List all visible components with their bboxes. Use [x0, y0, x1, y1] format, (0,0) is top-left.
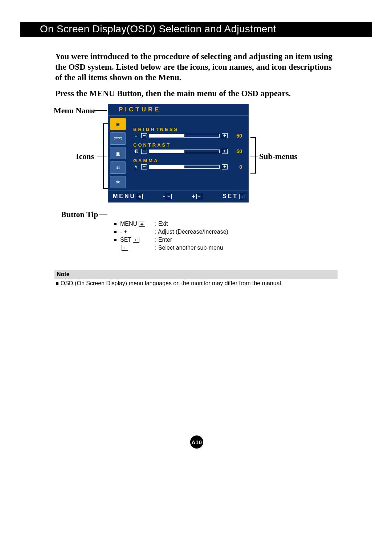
slider-bar[interactable]: [149, 165, 220, 169]
tip-row: - + : Adjust (Decrease/Increase): [108, 228, 249, 236]
brightness-icon: ☼: [133, 133, 139, 138]
page-header: On Screen Display(OSD) Selection and Adj…: [20, 22, 372, 37]
osd-body: ◙ RGB ▣ ≋ ✲ BRIGHTNESS ☼ − + 50 CONTRAST…: [108, 115, 249, 191]
contrast-slider[interactable]: ◐ − + 50: [133, 148, 242, 154]
icon-glyph: ▣: [116, 150, 121, 156]
menu-button-label: MENU: [113, 193, 136, 200]
plus-button[interactable]: + →: [192, 193, 202, 200]
bullet-icon: [114, 239, 117, 241]
tip-desc: : Adjust (Decrease/Increase): [155, 229, 249, 235]
leader-line: [97, 156, 107, 156]
set-button-label: SET: [222, 193, 238, 200]
menu-exit-icon: ◈: [139, 221, 145, 227]
osd-panel: PICTURE ◙ RGB ▣ ≋ ✲ BRIGHTNESS ☼ − + 50 …: [108, 104, 249, 202]
leader-line: [250, 173, 256, 174]
intro-paragraph-1: You were introduced to the procedure of …: [55, 52, 338, 83]
osd-menu-name: PICTURE: [108, 104, 249, 115]
tracking-icon[interactable]: ▣: [110, 147, 126, 159]
arrow-down-icon: ↓: [239, 194, 245, 199]
annotation-sub-menus: Sub-menus: [259, 152, 297, 161]
tip-lead: - +: [120, 229, 127, 235]
note-text: OSD (On Screen Display) menu languages o…: [61, 280, 283, 287]
decrease-button[interactable]: −: [141, 164, 147, 169]
gamma-label: GAMMA: [133, 158, 242, 163]
increase-button[interactable]: +: [222, 149, 228, 154]
arrow-down-icon: ↓: [122, 245, 128, 251]
page-title: On Screen Display(OSD) Selection and Adj…: [40, 23, 276, 35]
page-number-badge: A10: [190, 435, 203, 449]
decrease-button[interactable]: −: [141, 149, 147, 154]
increase-button[interactable]: +: [222, 133, 228, 138]
plus-label: +: [192, 193, 195, 200]
brightness-value: 50: [233, 133, 242, 139]
osd-footer: MENU ◈ - ← + → SET ↓: [108, 191, 249, 202]
leader-line: [250, 137, 256, 138]
contrast-icon: ◐: [133, 148, 139, 154]
leader-line: [103, 188, 108, 189]
tip-row: SET ↵ : Enter: [108, 236, 249, 244]
menu-exit-icon: ◈: [137, 194, 143, 199]
increase-button[interactable]: +: [222, 164, 228, 169]
leader-line: [255, 137, 256, 173]
gamma-slider[interactable]: γ − + 0: [133, 164, 242, 170]
other-icon[interactable]: ✲: [110, 176, 126, 188]
brightness-label: BRIGHTNESS: [133, 127, 242, 132]
intro-paragraph-2: Press the MENU Button, then the main men…: [55, 89, 338, 99]
note-block: Note OSD (On Screen Display) menu langua…: [54, 270, 338, 287]
gamma-icon: γ: [133, 164, 139, 169]
note-heading: Note: [54, 270, 338, 279]
tip-desc: : Enter: [155, 237, 249, 243]
leader-line: [103, 123, 108, 124]
icon-glyph: RGB: [114, 137, 122, 140]
tip-desc: : Exit: [155, 221, 249, 227]
osd-main: BRIGHTNESS ☼ − + 50 CONTRAST ◐ − + 50 GA…: [130, 116, 249, 191]
tip-row: ↓ : Select another sub-menu: [108, 244, 249, 252]
button-tips: MENU ◈ : Exit - + : Adjust (Decrease/Inc…: [108, 220, 249, 252]
annotation-button-tip: Button Tip: [61, 210, 98, 219]
bullet-icon: [114, 231, 117, 233]
minus-label: -: [163, 193, 165, 200]
slider-bar[interactable]: [149, 134, 220, 138]
icon-glyph: ✲: [116, 179, 120, 185]
leader-line: [95, 110, 107, 111]
tip-desc: : Select another sub-menu: [155, 245, 249, 251]
gamma-value: 0: [233, 164, 242, 170]
set-button[interactable]: SET ↓: [222, 193, 245, 200]
setup-icon[interactable]: ≋: [110, 161, 126, 174]
icon-glyph: ◙: [117, 121, 119, 127]
bullet-icon: [114, 223, 117, 225]
annotation-icons: Icons: [76, 152, 94, 161]
slider-bar[interactable]: [149, 150, 220, 153]
minus-button[interactable]: - ←: [163, 193, 172, 200]
leader-line: [250, 156, 258, 156]
osd-side-icons: ◙ RGB ▣ ≋ ✲: [108, 116, 130, 191]
contrast-label: CONTRAST: [133, 142, 242, 148]
annotation-menu-name: Menu Name: [54, 106, 95, 115]
arrow-left-icon: ←: [166, 194, 172, 199]
tip-lead: MENU: [120, 221, 137, 227]
color-icon[interactable]: RGB: [110, 132, 126, 145]
arrow-right-icon: →: [196, 194, 202, 199]
leader-line: [99, 214, 107, 214]
enter-icon: ↵: [133, 237, 139, 243]
decrease-button[interactable]: −: [141, 133, 147, 138]
tip-row: MENU ◈ : Exit: [108, 220, 249, 228]
tip-lead: SET: [120, 237, 131, 243]
brightness-slider[interactable]: ☼ − + 50: [133, 133, 242, 139]
icon-glyph: ≋: [116, 165, 120, 171]
contrast-value: 50: [233, 148, 242, 154]
menu-button[interactable]: MENU ◈: [113, 193, 143, 200]
picture-icon[interactable]: ◙: [110, 118, 126, 130]
bullet-icon: [56, 282, 58, 285]
